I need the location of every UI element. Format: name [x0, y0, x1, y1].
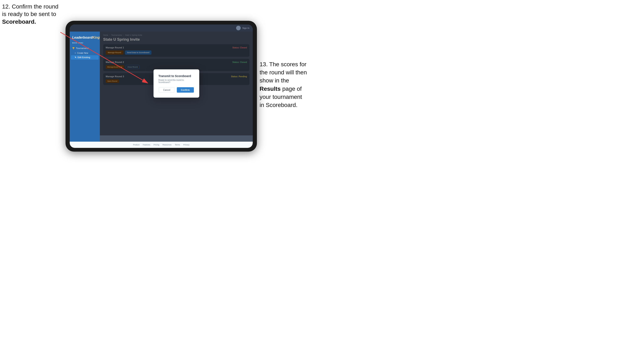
logo: LeaderboardKing — [70, 34, 100, 42]
tablet-screen: Sign In LeaderboardKing MAIN MENU 🏆 Tour… — [70, 24, 253, 148]
annotation-right-line1: 13. The scores for — [260, 61, 306, 67]
annotation-right-line2: the round will then — [260, 69, 307, 76]
modal-confirm-button[interactable]: Confirm — [177, 87, 194, 93]
annotation-right: 13. The scores for the round will then s… — [260, 60, 320, 109]
modal-dialog: Transmit to Scoreboard Ready to send thi… — [154, 69, 199, 98]
modal-cancel-button[interactable]: Cancel — [159, 87, 174, 93]
footer-resources[interactable]: Resources — [163, 144, 172, 146]
annotation-line1: 12. Confirm the round — [2, 3, 58, 10]
avatar — [236, 26, 241, 30]
footer-pricing[interactable]: Pricing — [154, 144, 159, 146]
footer-terms[interactable]: Terms — [175, 144, 180, 146]
annotation-right-line4: Results — [260, 86, 280, 92]
main-menu-label: MAIN MENU — [70, 42, 100, 45]
annotation-line3: Scoreboard. — [2, 18, 36, 25]
signin-button[interactable]: Sign In — [242, 27, 250, 29]
footer-product[interactable]: Product — [133, 144, 139, 146]
sidebar: LeaderboardKing MAIN MENU 🏆 Tournaments … — [70, 31, 100, 142]
top-bar: Sign In — [70, 24, 253, 31]
sidebar-item-tournaments[interactable]: 🏆 Tournaments — [70, 45, 100, 51]
annotation-line2: is ready to be sent to — [2, 11, 56, 17]
annotation-right-line6: in Scoreboard. — [260, 102, 298, 108]
footer: Product Features Pricing Resources Terms… — [70, 142, 253, 148]
sidebar-item-edit-existing[interactable]: ✎ Edit Existing — [71, 55, 98, 60]
modal-actions: Cancel Confirm — [158, 87, 194, 93]
main-content: LeaderboardKing MAIN MENU 🏆 Tournaments … — [70, 31, 253, 142]
content-area: Home / Tournaments / State U Spring Invi… — [100, 31, 253, 142]
create-new-label: Create New — [77, 52, 88, 54]
annotation-right-line4-rest: page of — [280, 86, 302, 92]
annotation-right-line5: your tournament — [260, 94, 302, 100]
edit-existing-label: Edit Existing — [78, 56, 90, 59]
plus-icon: + — [75, 52, 76, 54]
modal-title: Transmit to Scoreboard — [158, 74, 194, 78]
modal-overlay: Transmit to Scoreboard Ready to send thi… — [100, 31, 253, 135]
logo-text: LeaderboardKing — [72, 36, 100, 39]
tablet-device: Sign In LeaderboardKing MAIN MENU 🏆 Tour… — [66, 21, 257, 152]
modal-subtitle: Ready to send this round to Scoreboard? — [158, 79, 194, 83]
trophy-icon: 🏆 — [72, 47, 75, 49]
footer-features[interactable]: Features — [143, 144, 150, 146]
annotation-right-line3: show in the — [260, 77, 289, 84]
footer-privacy[interactable]: Privacy — [183, 144, 190, 146]
sidebar-item-create-new[interactable]: + Create New — [70, 51, 100, 55]
sidebar-tournaments-label: Tournaments — [76, 47, 89, 49]
annotation-top-left: 12. Confirm the round is ready to be sen… — [2, 3, 66, 25]
edit-icon: ✎ — [75, 56, 76, 59]
